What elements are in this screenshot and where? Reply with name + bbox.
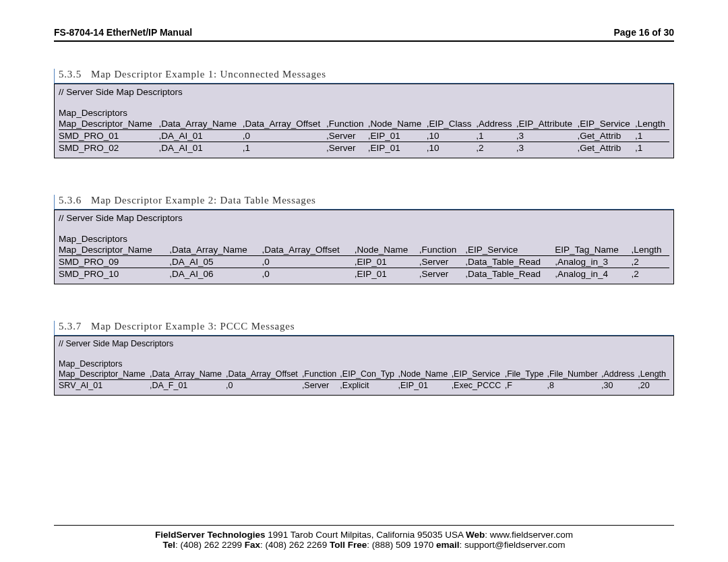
section-num: 5.3.7 — [59, 321, 82, 332]
table-row: Map_Descriptor_Name ,Data_Array_Name ,Da… — [59, 369, 669, 380]
descriptor-table-535: Map_Descriptor_Name ,Data_Array_Name ,Da… — [59, 118, 669, 154]
code-block-535: // Server Side Map Descriptors Map_Descr… — [54, 84, 674, 158]
table-row: SMD_PRO_09 ,DA_AI_05 ,0 ,EIP_01 ,Server … — [59, 256, 669, 268]
table-row: SMD_PRO_02 ,DA_AI_01 ,1 ,Server ,EIP_01 … — [59, 142, 669, 154]
table-row: SMD_PRO_01 ,DA_AI_01 ,0 ,Server ,EIP_01 … — [59, 130, 669, 142]
section-title: Map Descriptor Example 2: Data Table Mes… — [91, 195, 316, 206]
section-title: Map Descriptor Example 3: PCCC Messages — [91, 321, 295, 332]
block-label: Map_Descriptors — [59, 359, 669, 369]
comment-line: // Server Side Map Descriptors — [59, 339, 669, 348]
page-header: FS-8704-14 EtherNet/IP Manual Page 16 of… — [54, 27, 674, 40]
doc-title: FS-8704-14 EtherNet/IP Manual — [54, 27, 192, 38]
code-block-536: // Server Side Map Descriptors Map_Descr… — [54, 210, 674, 284]
section-num: 5.3.6 — [59, 195, 82, 206]
code-block-537: // Server Side Map Descriptors Map_Descr… — [54, 336, 674, 396]
table-row: Map_Descriptor_Name ,Data_Array_Name ,Da… — [59, 118, 669, 130]
table-row: SRV_AI_01 ,DA_F_01 ,0 ,Server ,Explicit … — [59, 380, 669, 392]
footer-rule — [54, 525, 674, 526]
block-label: Map_Descriptors — [59, 234, 669, 244]
section-heading-536: 5.3.6 Map Descriptor Example 2: Data Tab… — [54, 195, 674, 210]
page-number: Page 16 of 30 — [614, 27, 675, 38]
comment-line: // Server Side Map Descriptors — [59, 213, 669, 223]
footer-line2: Tel: (408) 262 2299 Fax: (408) 262 2269 … — [54, 540, 674, 550]
section-title: Map Descriptor Example 1: Unconnected Me… — [91, 69, 326, 80]
page-footer: FieldServer Technologies 1991 Tarob Cour… — [54, 525, 674, 550]
section-heading-537: 5.3.7 Map Descriptor Example 3: PCCC Mes… — [54, 321, 674, 336]
footer-line1: FieldServer Technologies 1991 Tarob Cour… — [54, 530, 674, 540]
section-heading-535: 5.3.5 Map Descriptor Example 1: Unconnec… — [54, 69, 674, 84]
section-num: 5.3.5 — [59, 69, 82, 80]
table-row: Map_Descriptor_Name ,Data_Array_Name ,Da… — [59, 244, 669, 256]
comment-line: // Server Side Map Descriptors — [59, 87, 669, 97]
block-label: Map_Descriptors — [59, 108, 669, 118]
descriptor-table-537: Map_Descriptor_Name ,Data_Array_Name ,Da… — [59, 369, 669, 391]
header-rule — [54, 40, 674, 42]
descriptor-table-536: Map_Descriptor_Name ,Data_Array_Name ,Da… — [59, 244, 669, 280]
table-row: SMD_PRO_10 ,DA_AI_06 ,0 ,EIP_01 ,Server … — [59, 268, 669, 280]
